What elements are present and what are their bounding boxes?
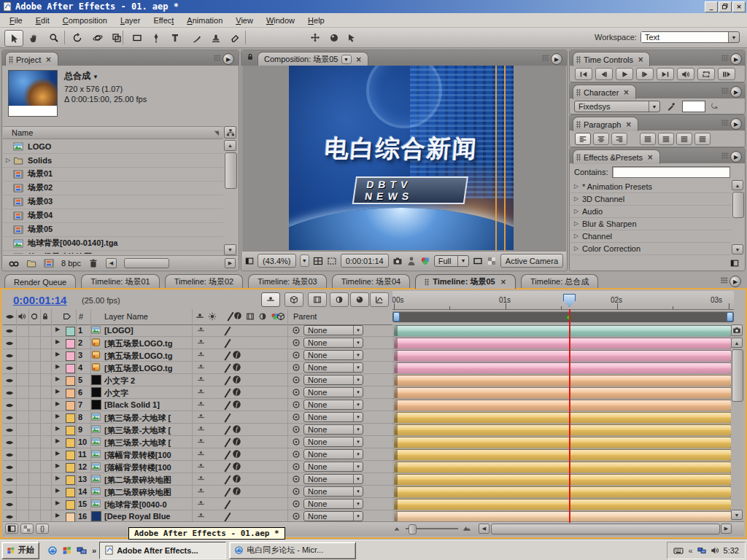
label-color-swatch[interactable]	[66, 339, 75, 349]
layer-row[interactable]: ▶ 13 [第二场景碎块地图 None▼	[3, 473, 392, 486]
shy-toggle-icon[interactable]	[197, 475, 205, 483]
project-item[interactable]: 场景03	[3, 195, 223, 209]
shy-icon[interactable]	[196, 312, 204, 321]
safe-zones-icon[interactable]	[313, 256, 323, 266]
eye-icon[interactable]	[5, 438, 14, 447]
audio-button[interactable]	[677, 68, 694, 80]
timeline-tab[interactable]: Timeline: 场景02	[165, 274, 244, 289]
parent-dropdown[interactable]: None▼	[303, 424, 363, 435]
minimize-button[interactable]: _	[705, 1, 718, 12]
eye-icon[interactable]	[5, 426, 14, 435]
project-flowchart-button[interactable]	[224, 126, 236, 139]
effects-group[interactable]: ▷Distort	[570, 254, 731, 256]
move-axis-tool[interactable]	[306, 30, 324, 45]
effects-group[interactable]: ▷Color Correction	[570, 242, 731, 255]
layer-row[interactable]: ▶ 14 [第二场景碎块地图 None▼	[3, 486, 392, 498]
layer-name[interactable]: [第五场景LOGO.tg	[104, 363, 190, 374]
orbit-camera-tool[interactable]	[89, 30, 107, 45]
shy-toggle-icon[interactable]	[197, 400, 205, 408]
layer-name[interactable]: [第五场景LOGO.tg	[104, 338, 190, 349]
last-frame-button[interactable]	[657, 68, 674, 80]
track-row[interactable]	[392, 386, 734, 399]
collapse-icon[interactable]	[208, 312, 217, 321]
eye-icon[interactable]	[5, 389, 14, 397]
effects-icon[interactable]	[233, 311, 242, 320]
contains-input[interactable]	[612, 166, 730, 178]
quality-toggle[interactable]	[220, 499, 229, 508]
restore-button[interactable]	[719, 1, 732, 12]
close-icon[interactable]: ×	[625, 120, 631, 128]
3d-view-dropdown[interactable]: Active Camera	[500, 254, 563, 268]
lock-icon[interactable]	[246, 52, 255, 61]
scrollbar-thumb[interactable]	[732, 192, 744, 218]
scroll-right-button[interactable]: ▶	[721, 524, 732, 534]
label-color-swatch[interactable]	[66, 438, 75, 448]
layer-name[interactable]: [第二场景碎块地图	[104, 475, 190, 486]
quality-toggle[interactable]	[220, 486, 229, 496]
expand-triangle-icon[interactable]: ▶	[55, 462, 60, 469]
frame-blend-icon[interactable]	[246, 312, 255, 321]
layer-bar[interactable]	[394, 462, 732, 473]
label-color-swatch[interactable]	[66, 351, 75, 361]
quality-toggle[interactable]	[220, 412, 229, 421]
effects-badge-icon[interactable]	[232, 387, 241, 397]
pickwhip-icon[interactable]	[292, 400, 301, 409]
align-right-button[interactable]	[611, 133, 627, 145]
target-region-icon[interactable]	[473, 256, 483, 266]
pickwhip-icon[interactable]	[292, 363, 301, 372]
zoom-slider-thumb[interactable]	[409, 524, 417, 534]
taskbar-task[interactable]: 电白同乡论坛 - Micr...	[229, 542, 356, 559]
track-row[interactable]	[392, 324, 734, 337]
solo-icon[interactable]	[30, 312, 39, 321]
eye-icon[interactable]	[5, 513, 14, 521]
start-button[interactable]: 开始	[1, 542, 39, 559]
effects-badge-icon[interactable]	[232, 424, 241, 434]
draft-3d-button[interactable]	[285, 292, 303, 307]
track-row[interactable]	[392, 461, 734, 473]
layer-bar[interactable]	[394, 362, 732, 374]
quality-toggle[interactable]	[220, 350, 229, 359]
menu-layer[interactable]: Layer	[114, 15, 147, 26]
tab-composition[interactable]: Composition: 场景05 ▼ ×	[258, 52, 368, 66]
justify-all-button[interactable]	[694, 133, 711, 145]
track-row[interactable]	[392, 498, 734, 510]
panel-menu-button[interactable]: ▶	[730, 86, 742, 98]
layer-name[interactable]: [LOGO]	[104, 326, 190, 335]
layer-row[interactable]: ▶ 6 小文字 None▼	[3, 386, 392, 399]
swap-colors-icon[interactable]: ⤿	[711, 102, 717, 111]
effects-badge-icon[interactable]	[232, 486, 241, 496]
expand-triangle-icon[interactable]: ▷	[570, 233, 582, 239]
volume-icon[interactable]	[711, 546, 719, 555]
shy-toggle-icon[interactable]	[197, 326, 205, 334]
track-row[interactable]	[392, 399, 734, 411]
track-row[interactable]	[392, 349, 734, 362]
parent-dropdown[interactable]: None▼	[303, 375, 363, 385]
effects-group[interactable]: ▷Channel	[570, 230, 731, 243]
timeline-tab[interactable]: Render Queue	[4, 274, 76, 289]
menu-view[interactable]: View	[229, 15, 260, 26]
layer-row[interactable]: ▶ 15 [地球背景[0040-0 None▼	[3, 498, 392, 510]
zoom-out-mountain-icon[interactable]	[392, 524, 401, 532]
layer-name[interactable]: 小文字 2	[104, 376, 190, 386]
eyedropper-icon[interactable]	[666, 101, 676, 112]
eye-icon[interactable]	[5, 451, 14, 459]
effects-badge-icon[interactable]	[232, 449, 241, 459]
expand-triangle-icon[interactable]: ▷	[570, 245, 582, 252]
frame-blend-button[interactable]	[308, 292, 327, 307]
tab-effects-presets[interactable]: Effects &Presets ×	[573, 149, 660, 164]
layer-row[interactable]: ▶ 4 [第五场景LOGO.tg None▼	[3, 362, 392, 374]
shy-toggle-icon[interactable]	[197, 450, 205, 458]
quality-toggle[interactable]	[220, 424, 229, 434]
close-icon[interactable]: ×	[638, 55, 643, 63]
layer-row[interactable]: ▶ 10 [第三场景-大地球 [ None▼	[3, 436, 392, 448]
scrollbar-thumb[interactable]	[225, 152, 237, 189]
timeline-tab[interactable]: Timeline: 场景01	[81, 274, 160, 289]
shy-toggle-icon[interactable]	[197, 487, 205, 495]
current-timecode[interactable]: 0:00:01:14	[13, 294, 66, 306]
quality-icon[interactable]	[222, 311, 232, 321]
tab-time-controls[interactable]: Time Controls ×	[573, 52, 650, 66]
project-item[interactable]: LOGO	[3, 139, 223, 154]
resize-grip-icon[interactable]	[730, 259, 739, 268]
selection-tool[interactable]	[4, 30, 23, 47]
sphere-tool[interactable]	[325, 30, 343, 45]
